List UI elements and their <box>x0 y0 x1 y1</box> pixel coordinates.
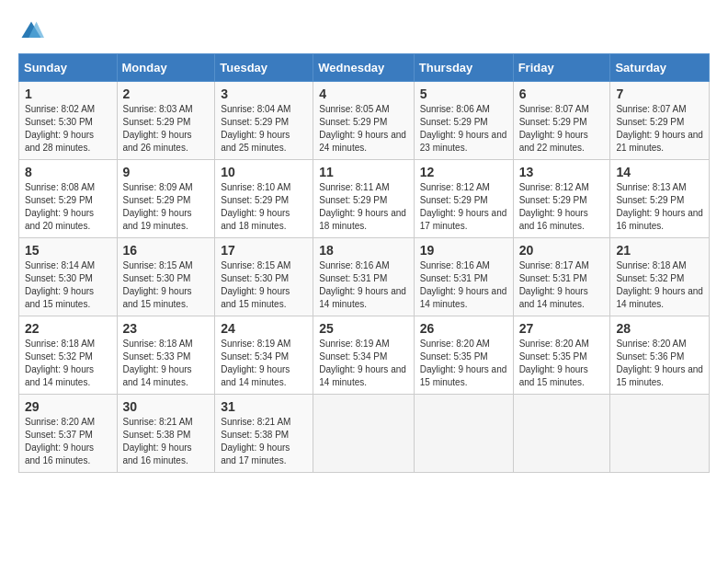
calendar-table: SundayMondayTuesdayWednesdayThursdayFrid… <box>18 53 710 473</box>
calendar-cell: 3 Sunrise: 8:04 AM Sunset: 5:29 PM Dayli… <box>215 82 313 160</box>
calendar-week-4: 22 Sunrise: 8:18 AM Sunset: 5:32 PM Dayl… <box>19 316 710 395</box>
calendar-cell: 20 Sunrise: 8:17 AM Sunset: 5:31 PM Dayl… <box>513 238 610 316</box>
cell-content: Sunrise: 8:20 AM Sunset: 5:35 PM Dayligh… <box>519 338 605 389</box>
calendar-cell: 21 Sunrise: 8:18 AM Sunset: 5:32 PM Dayl… <box>610 238 710 316</box>
day-header-monday: Monday <box>117 54 215 82</box>
day-number: 8 <box>25 165 111 179</box>
calendar-cell: 30 Sunrise: 8:21 AM Sunset: 5:38 PM Dayl… <box>117 395 215 473</box>
cell-content: Sunrise: 8:15 AM Sunset: 5:30 PM Dayligh… <box>123 259 210 311</box>
calendar-cell: 15 Sunrise: 8:14 AM Sunset: 5:30 PM Dayl… <box>19 238 118 316</box>
day-number: 11 <box>319 165 407 179</box>
day-number: 31 <box>221 399 307 414</box>
day-number: 14 <box>616 165 703 179</box>
cell-content: Sunrise: 8:15 AM Sunset: 5:30 PM Dayligh… <box>221 259 307 311</box>
calendar-cell: 13 Sunrise: 8:12 AM Sunset: 5:29 PM Dayl… <box>513 160 610 238</box>
calendar-cell: 5 Sunrise: 8:06 AM Sunset: 5:29 PM Dayli… <box>414 82 513 160</box>
cell-content: Sunrise: 8:04 AM Sunset: 5:29 PM Dayligh… <box>221 103 307 155</box>
day-number: 5 <box>420 86 507 101</box>
day-header-tuesday: Tuesday <box>215 54 313 82</box>
calendar-cell: 9 Sunrise: 8:09 AM Sunset: 5:29 PM Dayli… <box>117 160 215 238</box>
cell-content: Sunrise: 8:21 AM Sunset: 5:38 PM Dayligh… <box>123 416 210 467</box>
day-number: 7 <box>616 86 703 101</box>
cell-content: Sunrise: 8:08 AM Sunset: 5:29 PM Dayligh… <box>25 181 111 233</box>
day-number: 21 <box>616 243 703 258</box>
cell-content: Sunrise: 8:12 AM Sunset: 5:29 PM Dayligh… <box>420 181 507 233</box>
cell-content: Sunrise: 8:16 AM Sunset: 5:31 PM Dayligh… <box>420 259 507 311</box>
day-number: 16 <box>123 243 210 258</box>
cell-content: Sunrise: 8:17 AM Sunset: 5:31 PM Dayligh… <box>519 259 605 311</box>
calendar-cell <box>414 395 513 473</box>
day-number: 28 <box>616 321 703 336</box>
calendar-cell: 16 Sunrise: 8:15 AM Sunset: 5:30 PM Dayl… <box>117 238 215 316</box>
cell-content: Sunrise: 8:02 AM Sunset: 5:30 PM Dayligh… <box>25 103 111 155</box>
day-header-friday: Friday <box>513 54 610 82</box>
cell-content: Sunrise: 8:07 AM Sunset: 5:29 PM Dayligh… <box>616 103 703 155</box>
logo-icon <box>18 18 44 44</box>
calendar-cell: 12 Sunrise: 8:12 AM Sunset: 5:29 PM Dayl… <box>414 160 513 238</box>
cell-content: Sunrise: 8:10 AM Sunset: 5:29 PM Dayligh… <box>221 181 307 233</box>
calendar-cell: 1 Sunrise: 8:02 AM Sunset: 5:30 PM Dayli… <box>19 82 118 160</box>
calendar-body: 1 Sunrise: 8:02 AM Sunset: 5:30 PM Dayli… <box>19 82 710 473</box>
calendar-cell: 17 Sunrise: 8:15 AM Sunset: 5:30 PM Dayl… <box>215 238 313 316</box>
calendar-week-1: 1 Sunrise: 8:02 AM Sunset: 5:30 PM Dayli… <box>19 82 710 160</box>
calendar-cell: 23 Sunrise: 8:18 AM Sunset: 5:33 PM Dayl… <box>117 316 215 395</box>
calendar-cell: 8 Sunrise: 8:08 AM Sunset: 5:29 PM Dayli… <box>19 160 118 238</box>
calendar-cell: 10 Sunrise: 8:10 AM Sunset: 5:29 PM Dayl… <box>215 160 313 238</box>
calendar-week-3: 15 Sunrise: 8:14 AM Sunset: 5:30 PM Dayl… <box>19 238 710 316</box>
cell-content: Sunrise: 8:12 AM Sunset: 5:29 PM Dayligh… <box>519 181 605 233</box>
calendar-cell: 29 Sunrise: 8:20 AM Sunset: 5:37 PM Dayl… <box>19 395 118 473</box>
logo <box>18 18 48 44</box>
calendar-cell: 26 Sunrise: 8:20 AM Sunset: 5:35 PM Dayl… <box>414 316 513 395</box>
day-number: 1 <box>25 86 111 101</box>
day-number: 30 <box>123 399 210 414</box>
cell-content: Sunrise: 8:18 AM Sunset: 5:32 PM Dayligh… <box>616 259 703 311</box>
cell-content: Sunrise: 8:06 AM Sunset: 5:29 PM Dayligh… <box>420 103 507 155</box>
calendar-cell: 19 Sunrise: 8:16 AM Sunset: 5:31 PM Dayl… <box>414 238 513 316</box>
calendar-cell <box>610 395 710 473</box>
day-number: 20 <box>519 243 605 258</box>
calendar-cell: 11 Sunrise: 8:11 AM Sunset: 5:29 PM Dayl… <box>313 160 414 238</box>
day-header-thursday: Thursday <box>414 54 513 82</box>
calendar-cell: 7 Sunrise: 8:07 AM Sunset: 5:29 PM Dayli… <box>610 82 710 160</box>
cell-content: Sunrise: 8:21 AM Sunset: 5:38 PM Dayligh… <box>221 416 307 467</box>
cell-content: Sunrise: 8:07 AM Sunset: 5:29 PM Dayligh… <box>519 103 605 155</box>
cell-content: Sunrise: 8:11 AM Sunset: 5:29 PM Dayligh… <box>319 181 407 233</box>
day-number: 23 <box>123 321 210 336</box>
calendar-week-5: 29 Sunrise: 8:20 AM Sunset: 5:37 PM Dayl… <box>19 395 710 473</box>
calendar-cell: 28 Sunrise: 8:20 AM Sunset: 5:36 PM Dayl… <box>610 316 710 395</box>
calendar-cell: 27 Sunrise: 8:20 AM Sunset: 5:35 PM Dayl… <box>513 316 610 395</box>
calendar-cell: 31 Sunrise: 8:21 AM Sunset: 5:38 PM Dayl… <box>215 395 313 473</box>
cell-content: Sunrise: 8:20 AM Sunset: 5:36 PM Dayligh… <box>616 338 703 389</box>
cell-content: Sunrise: 8:05 AM Sunset: 5:29 PM Dayligh… <box>319 103 407 155</box>
calendar-week-2: 8 Sunrise: 8:08 AM Sunset: 5:29 PM Dayli… <box>19 160 710 238</box>
day-number: 19 <box>420 243 507 258</box>
cell-content: Sunrise: 8:18 AM Sunset: 5:33 PM Dayligh… <box>123 338 210 389</box>
day-header-saturday: Saturday <box>610 54 710 82</box>
day-number: 17 <box>221 243 307 258</box>
day-number: 2 <box>123 86 210 101</box>
day-number: 27 <box>519 321 605 336</box>
cell-content: Sunrise: 8:14 AM Sunset: 5:30 PM Dayligh… <box>25 259 111 311</box>
day-number: 3 <box>221 86 307 101</box>
cell-content: Sunrise: 8:18 AM Sunset: 5:32 PM Dayligh… <box>25 338 111 389</box>
calendar-cell: 22 Sunrise: 8:18 AM Sunset: 5:32 PM Dayl… <box>19 316 118 395</box>
calendar-cell: 6 Sunrise: 8:07 AM Sunset: 5:29 PM Dayli… <box>513 82 610 160</box>
day-number: 22 <box>25 321 111 336</box>
calendar-cell: 4 Sunrise: 8:05 AM Sunset: 5:29 PM Dayli… <box>313 82 414 160</box>
cell-content: Sunrise: 8:16 AM Sunset: 5:31 PM Dayligh… <box>319 259 407 311</box>
calendar-cell <box>513 395 610 473</box>
day-number: 24 <box>221 321 307 336</box>
calendar-cell: 2 Sunrise: 8:03 AM Sunset: 5:29 PM Dayli… <box>117 82 215 160</box>
calendar-cell: 24 Sunrise: 8:19 AM Sunset: 5:34 PM Dayl… <box>215 316 313 395</box>
cell-content: Sunrise: 8:13 AM Sunset: 5:29 PM Dayligh… <box>616 181 703 233</box>
cell-content: Sunrise: 8:09 AM Sunset: 5:29 PM Dayligh… <box>123 181 210 233</box>
day-number: 13 <box>519 165 605 179</box>
day-number: 26 <box>420 321 507 336</box>
day-number: 29 <box>25 399 111 414</box>
calendar-cell: 25 Sunrise: 8:19 AM Sunset: 5:34 PM Dayl… <box>313 316 414 395</box>
calendar-header: SundayMondayTuesdayWednesdayThursdayFrid… <box>19 54 710 82</box>
cell-content: Sunrise: 8:19 AM Sunset: 5:34 PM Dayligh… <box>319 338 407 389</box>
day-number: 12 <box>420 165 507 179</box>
cell-content: Sunrise: 8:20 AM Sunset: 5:37 PM Dayligh… <box>25 416 111 467</box>
day-number: 15 <box>25 243 111 258</box>
